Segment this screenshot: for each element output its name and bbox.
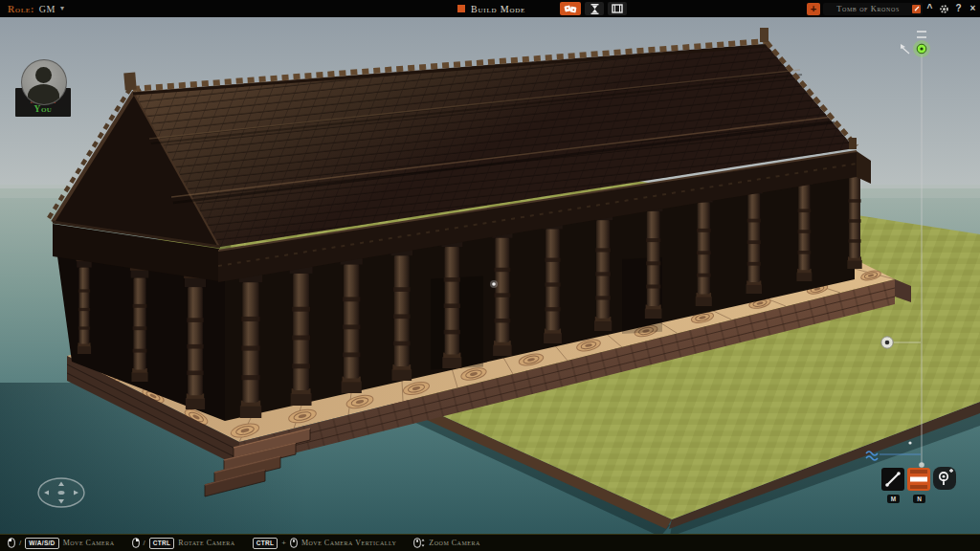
collapse-button[interactable]: ^ <box>923 0 937 17</box>
hourglass-button[interactable] <box>585 2 604 15</box>
dice-button[interactable] <box>560 2 581 15</box>
help-button[interactable]: ? <box>951 0 966 17</box>
hint-zoom-camera: Zoom Camera <box>413 538 479 548</box>
board-name-field[interactable]: Tomb of Kronos <box>823 3 923 15</box>
build-mode-icon <box>457 5 465 12</box>
role-value: GM <box>39 4 56 14</box>
badge-line3: You <box>15 104 71 114</box>
hotkey-chip: CTRL <box>149 538 175 549</box>
window-controls: + Tomb of Kronos ^ ? × <box>807 0 980 17</box>
close-button[interactable]: × <box>966 0 980 17</box>
chevron-down-icon: ▾ <box>60 0 64 17</box>
mouse-right-icon <box>132 538 140 548</box>
separator: / <box>144 539 145 547</box>
add-board-button[interactable]: + <box>807 3 820 15</box>
bottom-hint-bar: / W/A/S/D Move Camera / CTRL Rotate Came… <box>0 534 980 551</box>
build-mode-indicator: Build Mode <box>457 0 525 17</box>
sparkle-dot <box>908 441 911 444</box>
mouse-left-icon <box>8 538 15 548</box>
separator: / <box>19 539 21 547</box>
block-hotkey: N <box>913 495 925 503</box>
mouse-middle-icon <box>290 538 298 548</box>
talespire-window: Role: GM ▾ Build Mode <box>0 0 980 551</box>
compass-center <box>58 491 65 495</box>
measure-tool-button[interactable] <box>881 468 904 491</box>
hint-label: Rotate Camera <box>178 539 234 547</box>
add-marker-button[interactable] <box>933 467 956 490</box>
build-mode-label: Build Mode <box>471 4 525 14</box>
block-tool-button[interactable] <box>907 468 930 491</box>
slider-tick <box>917 36 926 38</box>
map-pin-icon <box>933 467 956 490</box>
hint-label: Move Camera <box>63 539 115 547</box>
cursor-sparkle <box>490 280 498 288</box>
hint-rotate-camera: / CTRL Rotate Camera <box>132 538 235 549</box>
camera-height-knob[interactable] <box>913 40 930 57</box>
measure-hotkey: M <box>887 495 900 503</box>
hotkey-chip: CTRL <box>253 538 278 549</box>
top-bar: Role: GM ▾ Build Mode <box>0 0 980 17</box>
settings-button[interactable] <box>937 0 951 17</box>
hotkey-chip: W/A/S/D <box>25 538 58 549</box>
hint-label: Move Camera Vertically <box>301 539 396 547</box>
viewport-3d-scene[interactable] <box>0 0 980 551</box>
frame-button[interactable] <box>608 2 627 15</box>
mouse-scroll-icon <box>413 538 425 548</box>
hourglass-icon <box>590 4 599 14</box>
board-name: Tomb of Kronos <box>836 4 909 13</box>
frame-icon <box>612 4 623 13</box>
role-selector[interactable]: Role: GM ▾ <box>8 0 64 17</box>
mode-buttons <box>560 2 627 15</box>
board-edit-icon[interactable] <box>912 5 921 13</box>
slider-bottom-dot <box>919 462 924 468</box>
separator: + <box>281 539 286 547</box>
hint-move-camera-vertically: CTRL + Move Camera Vertically <box>253 538 397 549</box>
slider-tick <box>917 31 926 33</box>
avatar <box>21 59 67 105</box>
camera-compass-widget[interactable] <box>38 478 84 507</box>
role-label: Role: <box>8 4 34 14</box>
block-icon <box>907 468 930 491</box>
hint-label: Zoom Camera <box>429 539 479 547</box>
gear-icon <box>939 4 949 14</box>
measure-icon <box>881 468 904 491</box>
dice-icon <box>564 4 577 14</box>
hint-move-camera: / W/A/S/D Move Camera <box>8 538 115 549</box>
